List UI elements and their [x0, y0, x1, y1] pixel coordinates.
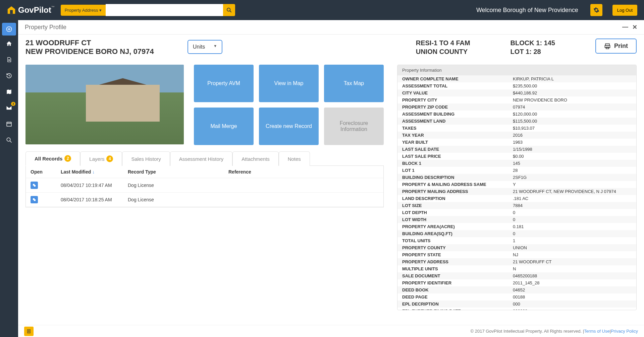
info-row: ASSESSMENT TOTAL$235,500.00: [397, 82, 636, 89]
info-label: LAST SALE PRICE: [402, 154, 513, 159]
info-value: 0.181: [513, 224, 632, 229]
sidebar-item-search[interactable]: [0, 132, 18, 148]
info-row: PROPERTY CITYNEW PROVIDENCE BORO: [397, 96, 636, 104]
info-value: .181 AC: [513, 196, 632, 201]
calendar-icon: [6, 121, 12, 127]
tab-notes[interactable]: Notes: [279, 151, 310, 166]
info-value: 2SF1G: [513, 175, 632, 180]
info-value: Y: [513, 182, 632, 187]
foreclosure-info-button[interactable]: Foreclosure Information: [324, 108, 384, 145]
col-header-reference[interactable]: Reference: [228, 169, 379, 175]
units-dropdown[interactable]: Units: [187, 40, 222, 54]
sidebar-item-mail[interactable]: 3: [0, 100, 18, 116]
col-header-modified[interactable]: Last Modified↓: [61, 169, 128, 175]
close-button[interactable]: ✕: [632, 23, 637, 31]
info-label: PROPERTY MAILING ADDRESS: [402, 189, 513, 194]
mail-merge-button[interactable]: Mail Merge: [194, 108, 254, 145]
info-row: LOT DEPTH0: [397, 209, 636, 216]
info-label: OWNER COMPLETE NAME: [402, 76, 513, 81]
address-type-dropdown[interactable]: Property Address ▾: [61, 5, 106, 16]
svg-rect-7: [7, 122, 11, 126]
property-info-header: Property Information: [397, 65, 636, 75]
info-value: 07974: [513, 105, 632, 110]
search-icon: [226, 7, 232, 13]
envelope-icon: [6, 106, 12, 110]
tab-assessment-history[interactable]: Assessment History: [170, 151, 233, 166]
tab-all-records[interactable]: All Records2: [25, 151, 80, 166]
info-value: 0465200188: [513, 273, 632, 278]
open-record-button[interactable]: [31, 182, 38, 189]
info-label: EPL DECRIPTION: [402, 301, 513, 307]
info-row: ASSESSMENT LAND$115,500.00: [397, 118, 636, 125]
info-row: LAST SALE PRICE$0.00: [397, 153, 636, 160]
info-row: LOT SIZE7884: [397, 202, 636, 209]
info-row: PROPERTY MAILING ADDRESS21 WOODRUFF CT, …: [397, 188, 636, 195]
info-value: 2011_145_28: [513, 280, 632, 285]
info-value: NEW PROVIDENCE BORO: [513, 97, 632, 103]
search-button[interactable]: [223, 4, 235, 16]
info-row: EPL DECRIPTION000: [397, 300, 636, 308]
document-icon: [26, 329, 31, 334]
info-value: 04652: [513, 287, 632, 292]
info-value: 1/15/1998: [513, 147, 632, 152]
print-button[interactable]: Print: [595, 39, 637, 54]
property-address-block: 21 WOODRUFF CT NEW PROVIDENCE BORO NJ, 0…: [25, 39, 154, 56]
info-row: YEAR BUILT1963: [397, 139, 636, 146]
layers-count: 4: [106, 155, 113, 162]
info-value: 7884: [513, 203, 632, 208]
info-label: SALE DOCUMENT: [402, 273, 513, 278]
info-row: DEED BOOK04652: [397, 286, 636, 293]
page-title: Property Profile: [25, 24, 66, 31]
sidebar-item-document[interactable]: [0, 52, 18, 68]
tax-map-button[interactable]: Tax Map: [324, 65, 384, 102]
info-label: PROPERTY ADDRESS: [402, 259, 513, 264]
sidebar: 3: [0, 20, 18, 337]
col-header-type[interactable]: Record Type: [128, 169, 228, 175]
tab-attachments[interactable]: Attachments: [232, 151, 278, 166]
view-in-map-button[interactable]: View in Map: [259, 65, 319, 102]
info-value: $120,000.00: [513, 112, 632, 117]
sidebar-item-map[interactable]: [0, 84, 18, 100]
info-label: ASSESSMENT TOTAL: [402, 83, 513, 88]
info-row: BLOCK 1145: [397, 160, 636, 167]
tab-sales-history[interactable]: Sales History: [122, 151, 170, 166]
sidebar-item-history[interactable]: [0, 68, 18, 84]
footer-doc-button[interactable]: [24, 327, 34, 336]
create-new-record-button[interactable]: Create new Record: [259, 108, 319, 145]
logout-button[interactable]: Log Out: [612, 5, 637, 16]
info-label: PROPERTY ZIP CODE: [402, 105, 513, 110]
settings-button[interactable]: [590, 4, 602, 16]
info-value: 28: [513, 168, 632, 173]
svg-point-0: [227, 8, 230, 11]
info-row: TOTAL UNITS1: [397, 237, 636, 244]
info-label: DEED PAGE: [402, 294, 513, 299]
tab-layers[interactable]: Layers4: [80, 151, 122, 166]
page-header: Property Profile — ✕: [18, 20, 644, 35]
info-row: PROPERTY ZIP CODE07974: [397, 104, 636, 111]
sidebar-item-add[interactable]: [2, 23, 16, 36]
info-label: PROPERTY CITY: [402, 97, 513, 103]
info-value: UNION: [513, 245, 632, 250]
sort-down-icon: ↓: [92, 169, 95, 175]
info-label: EPL FURTHER FILING DATE: [402, 309, 513, 310]
sidebar-item-home[interactable]: [0, 36, 18, 52]
minimize-button[interactable]: —: [622, 23, 628, 31]
info-row: PROPERTY AREA(ACRE)0.181: [397, 223, 636, 230]
col-header-open[interactable]: Open: [31, 169, 61, 175]
logo[interactable]: GovPilot™: [7, 5, 55, 15]
table-row: 08/04/2017 10:19:47 AM Dog License: [26, 178, 383, 193]
search-input[interactable]: [106, 4, 223, 16]
info-label: BUILDING DESCRIPTION: [402, 175, 513, 180]
property-info-panel: Property Information OWNER COMPLETE NAME…: [397, 65, 637, 310]
sidebar-item-calendar[interactable]: [0, 116, 18, 132]
info-row: MULTIPLE UNITSN: [397, 265, 636, 272]
address-line2: NEW PROVIDENCE BORO NJ, 07974: [25, 47, 154, 56]
privacy-link[interactable]: Privacy Policy: [611, 329, 638, 334]
info-label: YEAR BUILT: [402, 140, 513, 145]
document-icon: [6, 57, 12, 63]
property-avm-button[interactable]: Property AVM: [194, 65, 254, 102]
terms-link[interactable]: Terms of Use: [584, 329, 610, 334]
open-record-button[interactable]: [31, 196, 38, 203]
property-info-body[interactable]: OWNER COMPLETE NAMEKIRKUP, PATRICIA LASS…: [397, 75, 636, 310]
cell-modified: 08/04/2017 10:19:47 AM: [61, 183, 128, 188]
